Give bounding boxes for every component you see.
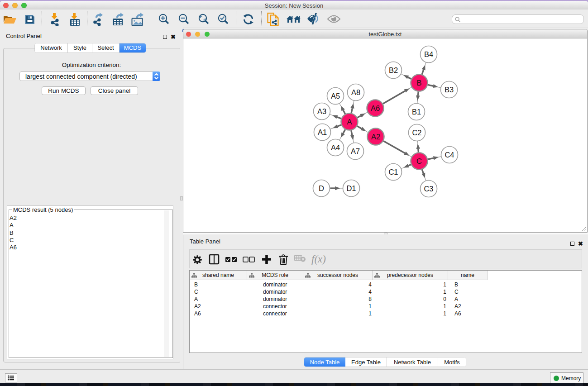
svg-text:B1: B1	[412, 108, 421, 116]
svg-text:A3: A3	[317, 107, 326, 115]
svg-text:B4: B4	[424, 50, 433, 58]
svg-text:A5: A5	[331, 92, 340, 100]
svg-text:D: D	[319, 184, 324, 192]
svg-text:C1: C1	[388, 168, 398, 176]
svg-text:C: C	[416, 157, 422, 165]
svg-text:A2: A2	[371, 133, 380, 141]
svg-text:A6: A6	[371, 104, 380, 112]
svg-text:C4: C4	[445, 151, 454, 159]
svg-text:B2: B2	[389, 66, 398, 74]
svg-text:B: B	[416, 79, 421, 87]
svg-text:A7: A7	[351, 147, 360, 155]
svg-text:A4: A4	[331, 143, 340, 152]
svg-text:C2: C2	[412, 129, 421, 137]
svg-text:A: A	[347, 118, 352, 126]
svg-text:D1: D1	[346, 184, 356, 192]
svg-text:A8: A8	[351, 88, 360, 96]
svg-text:A1: A1	[318, 128, 327, 136]
svg-text:B3: B3	[445, 86, 454, 94]
svg-text:C3: C3	[424, 185, 433, 193]
